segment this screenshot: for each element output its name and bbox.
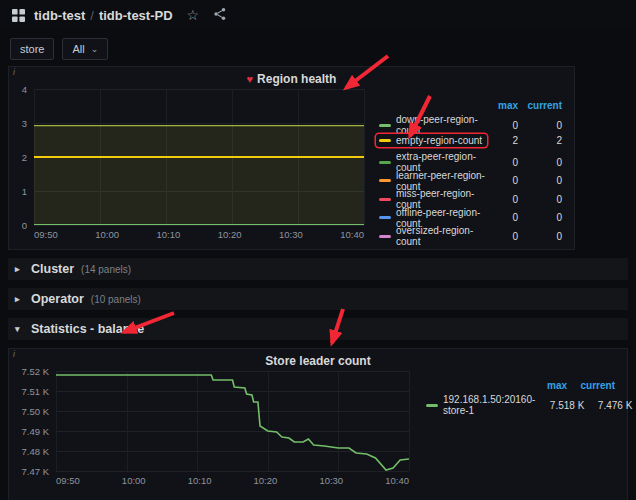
panel-region-health: i ♥Region health 43210 09:5010:0010:1010… — [8, 66, 575, 250]
series-color-swatch — [379, 216, 391, 219]
legend-col-max[interactable]: max — [523, 380, 567, 391]
chevron-down-icon: ⌄ — [91, 44, 99, 54]
chevron-right-icon: ▸ — [15, 264, 24, 274]
series-max: 0 — [490, 231, 518, 242]
chevron-down-icon: ▾ — [15, 324, 24, 334]
series-color-swatch — [379, 161, 391, 164]
panel-title-region-health[interactable]: ♥Region health — [9, 67, 574, 87]
top-bar: tidb-test / tidb-test-PD ☆ — [0, 0, 636, 30]
series-current: 0 — [518, 194, 562, 205]
series-name: down-peer-region-count — [396, 114, 485, 136]
series-max: 0 — [490, 157, 518, 168]
panel-title-text: Region health — [257, 72, 336, 86]
breadcrumb-separator: / — [85, 8, 99, 23]
row-panel-count: (14 panels) — [81, 264, 131, 275]
legend-item[interactable]: learner-peer-region-count00 — [376, 169, 562, 188]
series-color-swatch — [379, 198, 391, 201]
series-max: 2 — [490, 135, 518, 146]
y-axis-labels: 7.52 K7.51 K7.50 K7.49 K7.48 K7.47 K — [15, 371, 51, 471]
series-max: 0 — [490, 194, 518, 205]
legend-table: max current 192.168.1.50:20160-store-1 7… — [409, 371, 617, 487]
plot-area[interactable] — [56, 371, 409, 471]
series-current: 0 — [518, 212, 562, 223]
dashboard-grid-icon[interactable] — [12, 9, 25, 22]
series-max: 7.518 K — [540, 400, 584, 411]
info-icon[interactable]: i — [13, 67, 15, 77]
panel-store-leader-count: i Store leader count 7.52 K7.51 K7.50 K7… — [8, 348, 628, 500]
plot-area[interactable] — [34, 89, 364, 225]
x-axis-labels: 09:5010:0010:1010:2010:3010:40 — [56, 471, 409, 487]
panel-title-store-leader-count[interactable]: Store leader count — [9, 349, 627, 369]
series-current: 0 — [518, 175, 562, 186]
series-name: oversized-region-count — [396, 225, 485, 247]
series-name: 192.168.1.50:20160-store-1 — [443, 394, 535, 416]
series-current: 0 — [518, 157, 562, 168]
grafana-dashboard: tidb-test / tidb-test-PD ☆ store All ⌄ i… — [0, 0, 636, 500]
legend-col-current[interactable]: current — [518, 100, 562, 111]
series-current: 0 — [518, 120, 562, 131]
legend-item[interactable]: down-peer-region-count00 — [376, 113, 562, 132]
variable-store-value-dropdown[interactable]: All ⌄ — [62, 38, 108, 60]
legend-item-store-1[interactable]: 192.168.1.50:20160-store-1 7.518 K 7.476… — [423, 393, 615, 412]
row-label: Operator — [31, 292, 84, 306]
legend-item[interactable]: oversized-region-count00 — [376, 224, 562, 243]
row-statistics-balance[interactable]: ▾ Statistics - balance — [8, 318, 628, 340]
x-axis-labels: 09:5010:0010:1010:2010:3010:40 — [34, 225, 364, 241]
series-color-swatch — [379, 179, 391, 182]
y-axis-labels: 43210 — [15, 89, 29, 225]
chevron-right-icon: ▸ — [15, 294, 24, 304]
breadcrumb-dashboard[interactable]: tidb-test-PD — [99, 8, 173, 23]
series-max: 0 — [490, 212, 518, 223]
legend-table: maxcurrentdown-peer-region-count00empty-… — [364, 89, 564, 241]
star-icon[interactable]: ☆ — [187, 8, 200, 22]
store-value-text: All — [72, 43, 84, 55]
series-color-swatch — [379, 124, 391, 127]
region-health-chart: 43210 09:5010:0010:1010:2010:3010:40 — [15, 89, 364, 241]
legend-col-max[interactable]: max — [490, 100, 518, 111]
variables-bar: store All ⌄ — [0, 30, 636, 66]
series-current: 0 — [518, 231, 562, 242]
series-max: 0 — [490, 120, 518, 131]
panel-title-text: Store leader count — [265, 354, 370, 368]
store-leader-chart: 7.52 K7.51 K7.50 K7.49 K7.48 K7.47 K 09:… — [15, 371, 409, 487]
heart-icon: ♥ — [247, 73, 254, 85]
legend-header: max current — [423, 377, 615, 393]
row-cluster[interactable]: ▸ Cluster (14 panels) — [8, 258, 628, 280]
breadcrumb-folder[interactable]: tidb-test — [34, 8, 85, 23]
legend-header: maxcurrent — [376, 97, 562, 113]
row-label: Statistics - balance — [31, 322, 144, 336]
row-panel-count: (10 panels) — [91, 294, 141, 305]
series-color-swatch — [379, 139, 391, 142]
legend-item[interactable]: miss-peer-region-count00 — [376, 187, 562, 206]
legend-col-current[interactable]: current — [567, 380, 615, 391]
series-color-swatch — [379, 235, 391, 238]
series-max: 0 — [490, 175, 518, 186]
info-icon[interactable]: i — [13, 349, 15, 359]
legend-item[interactable]: offline-peer-region-count00 — [376, 206, 562, 225]
legend-item[interactable]: extra-peer-region-count00 — [376, 150, 562, 169]
row-label: Cluster — [31, 262, 74, 276]
series-current: 2 — [518, 135, 562, 146]
row-operator[interactable]: ▸ Operator (10 panels) — [8, 288, 628, 310]
store-label-text: store — [20, 43, 44, 55]
share-icon[interactable] — [213, 7, 227, 23]
series-name: empty-region-count — [396, 135, 482, 146]
legend-item[interactable]: empty-region-count22 — [376, 132, 562, 151]
series-color-swatch — [426, 404, 438, 407]
series-current: 7.476 K — [584, 400, 632, 411]
variable-store-label[interactable]: store — [10, 38, 54, 60]
